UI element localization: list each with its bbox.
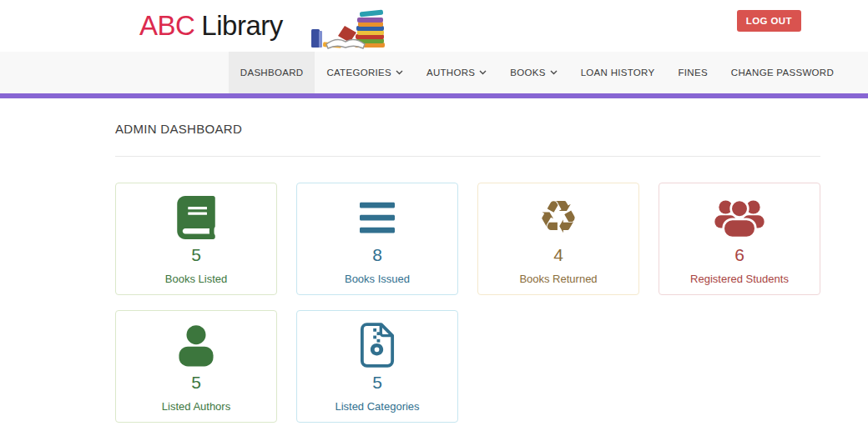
stat-count: 5 xyxy=(372,373,382,393)
recycle-icon: ♻ xyxy=(538,192,578,243)
main-content: ADMIN DASHBOARD 5 Books Listed 8 Books I… xyxy=(0,98,868,423)
stat-card-books-issued: 8 Books Issued xyxy=(296,183,458,295)
stat-card-books-listed: 5 Books Listed xyxy=(115,183,277,295)
stat-label: Books Returned xyxy=(519,273,597,285)
books-clipart-image xyxy=(305,8,388,51)
brand-secondary-text: Library xyxy=(201,10,282,41)
stat-count: 6 xyxy=(734,245,744,265)
nav-item-label: CHANGE PASSWORD xyxy=(731,68,834,78)
stat-label: Books Listed xyxy=(165,273,227,285)
main-nav: DASHBOARD CATEGORIES AUTHORS BOOKS LOAN … xyxy=(0,52,868,98)
nav-item-categories[interactable]: CATEGORIES xyxy=(315,52,415,93)
user-icon xyxy=(177,319,215,371)
nav-item-label: BOOKS xyxy=(510,68,545,78)
stats-grid: 5 Books Listed 8 Books Issued ♻ 4 Books … xyxy=(115,183,820,423)
nav-item-change-password[interactable]: CHANGE PASSWORD xyxy=(719,52,845,93)
nav-item-authors[interactable]: AUTHORS xyxy=(415,52,498,93)
brand-logo: ABCLibrary xyxy=(139,10,283,42)
nav-item-label: FINES xyxy=(678,68,707,78)
stat-label: Listed Categories xyxy=(335,400,419,413)
nav-item-label: CATEGORIES xyxy=(326,68,391,78)
stat-card-books-returned: ♻ 4 Books Returned xyxy=(477,183,639,295)
nav-item-label: AUTHORS xyxy=(426,68,475,78)
chevron-down-icon xyxy=(479,70,487,75)
users-icon xyxy=(714,192,765,243)
nav-item-label: DASHBOARD xyxy=(240,68,304,78)
stat-count: 4 xyxy=(553,245,563,265)
divider xyxy=(115,156,820,157)
stat-card-listed-categories: 5 Listed Categories xyxy=(296,310,458,423)
stat-label: Books Issued xyxy=(345,273,410,285)
brand-primary-text: ABC xyxy=(139,10,194,41)
stat-card-listed-authors: 5 Listed Authors xyxy=(115,310,277,423)
nav-item-fines[interactable]: FINES xyxy=(666,52,719,93)
nav-list: DASHBOARD CATEGORIES AUTHORS BOOKS LOAN … xyxy=(0,52,868,93)
chevron-down-icon xyxy=(550,70,558,75)
stat-label: Listed Authors xyxy=(162,400,230,413)
stat-card-registered-students: 6 Registered Students xyxy=(659,183,820,295)
stat-count: 5 xyxy=(191,245,201,265)
page-title: ADMIN DASHBOARD xyxy=(115,122,868,136)
chevron-down-icon xyxy=(396,70,403,75)
nav-item-dashboard[interactable]: DASHBOARD xyxy=(229,52,315,93)
bars-icon xyxy=(357,192,397,243)
book-icon xyxy=(177,192,215,243)
header: ABCLibrary LOG OUT xyxy=(0,0,868,52)
logout-button[interactable]: LOG OUT xyxy=(737,10,801,32)
file-archive-icon xyxy=(360,319,395,371)
stat-count: 8 xyxy=(372,245,382,265)
nav-item-books[interactable]: BOOKS xyxy=(498,52,568,93)
nav-item-label: LOAN HISTORY xyxy=(581,68,655,78)
stat-count: 5 xyxy=(191,373,201,393)
stat-label: Registered Students xyxy=(690,273,789,285)
nav-item-loan-history[interactable]: LOAN HISTORY xyxy=(569,52,667,93)
